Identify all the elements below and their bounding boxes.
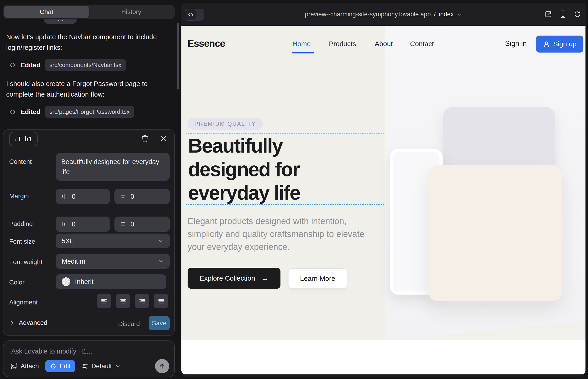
nav-active-underline bbox=[292, 52, 314, 53]
mode-label: Default bbox=[92, 363, 112, 370]
edited-file-row[interactable]: Edited src/components/Navbar.tsx bbox=[9, 59, 126, 71]
send-button[interactable] bbox=[155, 359, 169, 373]
delete-element-button[interactable] bbox=[141, 135, 149, 142]
code-icon bbox=[9, 109, 16, 115]
padding-label: Padding bbox=[9, 220, 33, 228]
chevron-down-icon bbox=[158, 238, 164, 244]
sign-in-link[interactable]: Sign in bbox=[505, 39, 527, 48]
font-weight-select[interactable]: Medium bbox=[56, 254, 170, 269]
assistant-message: Now let's update the Navbar component to… bbox=[6, 32, 170, 53]
margin-y-input[interactable]: 0 bbox=[114, 189, 170, 204]
close-editor-button[interactable] bbox=[159, 135, 167, 142]
align-center-button[interactable] bbox=[116, 294, 130, 308]
align-left-button[interactable] bbox=[97, 294, 111, 308]
refresh-button[interactable] bbox=[574, 11, 581, 18]
file-path-badge[interactable]: src/components/Navbar.tsx bbox=[45, 59, 126, 71]
font-weight-label: Font weight bbox=[9, 258, 42, 266]
font-size-select[interactable]: 5XL bbox=[56, 234, 170, 248]
nav-link-about[interactable]: About bbox=[375, 40, 393, 48]
nav-link-products[interactable]: Products bbox=[329, 40, 356, 48]
save-button[interactable]: Save bbox=[149, 316, 170, 330]
tab-history[interactable]: History bbox=[89, 6, 174, 18]
tab-chat[interactable]: Chat bbox=[4, 6, 89, 18]
type-icon: тT bbox=[15, 135, 22, 143]
arrow-right-icon: → bbox=[261, 275, 268, 282]
close-icon bbox=[159, 135, 167, 142]
code-icon bbox=[9, 62, 16, 69]
premium-quality-badge: PREMIUM QUALITY bbox=[187, 118, 263, 130]
padding-x-input[interactable]: 0 bbox=[56, 217, 110, 232]
preview-browser-window: preview--charming-site-symphony.lovable.… bbox=[181, 3, 586, 377]
transparent-color-swatch bbox=[62, 277, 70, 286]
content-label: Content bbox=[9, 158, 32, 165]
advanced-label: Advanced bbox=[19, 319, 47, 327]
chat-composer: Attach Edit Default bbox=[3, 340, 175, 377]
target-icon bbox=[50, 363, 57, 370]
open-external-button[interactable] bbox=[544, 10, 552, 18]
align-justify-icon bbox=[157, 298, 165, 305]
preview-url-bar[interactable]: preview--charming-site-symphony.lovable.… bbox=[181, 3, 586, 26]
advanced-toggle[interactable]: Advanced bbox=[9, 319, 47, 327]
padding-y-value: 0 bbox=[130, 221, 134, 228]
chevron-right-icon bbox=[9, 320, 15, 326]
margin-x-input[interactable]: 0 bbox=[56, 189, 110, 204]
margin-x-value: 0 bbox=[72, 193, 76, 200]
align-justify-button[interactable] bbox=[154, 294, 168, 308]
color-value: Inherit bbox=[75, 278, 93, 286]
chat-scrollbar[interactable] bbox=[177, 23, 179, 90]
hero-paragraph: Elegant products designed with intention… bbox=[187, 215, 373, 253]
explore-collection-label: Explore Collection bbox=[200, 274, 255, 282]
color-label: Color bbox=[9, 279, 25, 286]
chevron-down-icon bbox=[158, 258, 164, 264]
sliders-icon bbox=[82, 363, 89, 370]
content-textarea[interactable]: Beautifully designed for everyday life bbox=[56, 153, 170, 181]
composer-input[interactable] bbox=[11, 347, 163, 355]
preview-chrome-actions bbox=[544, 3, 581, 26]
discard-button[interactable]: Discard bbox=[118, 320, 140, 328]
mode-select[interactable]: Default bbox=[82, 363, 121, 370]
edited-label: Edited bbox=[21, 62, 40, 69]
chat-history-tabbar: Chat History bbox=[3, 5, 175, 19]
element-tag-name: h1 bbox=[25, 135, 32, 143]
edit-label: Edit bbox=[59, 363, 70, 370]
sign-up-button[interactable]: Sign up bbox=[536, 35, 583, 52]
image-plus-icon bbox=[10, 363, 18, 370]
element-editor-panel: тT h1 Content Beautifully designed for e… bbox=[3, 129, 175, 336]
user-icon bbox=[543, 41, 550, 47]
alignment-label: Alignment bbox=[9, 299, 38, 306]
margin-horizontal-icon bbox=[61, 193, 68, 200]
learn-more-button[interactable]: Learn More bbox=[288, 268, 347, 289]
mobile-view-button[interactable] bbox=[559, 10, 566, 18]
site-viewport: Essence Home Products About Contact Sign… bbox=[181, 26, 586, 374]
margin-label: Margin bbox=[9, 192, 29, 200]
explore-collection-button[interactable]: Explore Collection → bbox=[187, 268, 280, 289]
attach-button[interactable]: Attach bbox=[10, 363, 39, 370]
edit-mode-button[interactable]: Edit bbox=[45, 360, 75, 372]
site-logo[interactable]: Essence bbox=[187, 38, 225, 49]
color-select[interactable]: Inherit bbox=[56, 274, 166, 289]
edited-file-row[interactable]: Edited src/pages/ForgotPassword.tsx bbox=[9, 106, 134, 118]
edited-label: Edited bbox=[21, 108, 40, 116]
padding-vertical-icon bbox=[120, 221, 126, 228]
chat-panel: Chat History Now let's update the Navbar… bbox=[0, 0, 179, 379]
align-right-button[interactable] bbox=[135, 294, 149, 308]
trash-icon bbox=[141, 135, 149, 142]
nav-link-home[interactable]: Home bbox=[292, 40, 311, 48]
sign-up-label: Sign up bbox=[553, 40, 576, 48]
element-tag-pill[interactable]: тT h1 bbox=[9, 132, 38, 146]
hero-heading[interactable]: Beautifully designed for everyday life bbox=[188, 134, 300, 205]
align-left-icon bbox=[100, 298, 108, 305]
attach-label: Attach bbox=[21, 363, 39, 370]
font-weight-value: Medium bbox=[62, 258, 85, 265]
h1-selection-outline[interactable]: Beautifully designed for everyday life bbox=[186, 133, 384, 205]
margin-y-value: 0 bbox=[130, 193, 134, 200]
ellipsis-dots bbox=[58, 20, 63, 21]
file-path-badge[interactable]: src/pages/ForgotPassword.tsx bbox=[45, 106, 134, 118]
align-right-icon bbox=[139, 298, 146, 305]
nav-link-contact[interactable]: Contact bbox=[410, 40, 434, 48]
padding-y-input[interactable]: 0 bbox=[114, 217, 170, 232]
smartphone-icon bbox=[559, 10, 566, 18]
margin-vertical-icon bbox=[120, 193, 126, 200]
decor-card-cream bbox=[428, 165, 562, 301]
preview-page-name: index bbox=[439, 11, 454, 18]
